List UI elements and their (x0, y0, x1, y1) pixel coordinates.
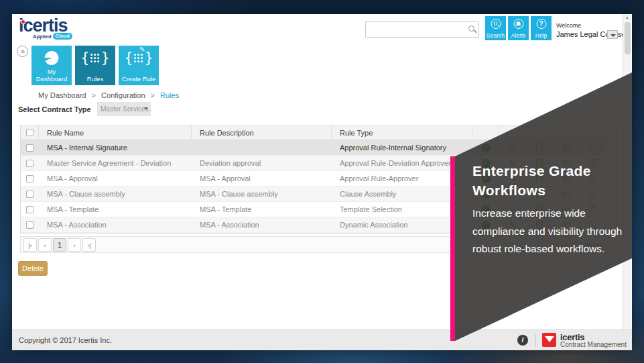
tile-rules[interactable]: { } Rules (75, 46, 115, 85)
rule-name-cell: MSA - Association (39, 217, 192, 232)
chevron-up-icon: « (19, 50, 26, 54)
next-page-button[interactable]: › (68, 238, 81, 252)
rule-description-cell: Deviation approval (192, 156, 332, 170)
help-button[interactable]: ? Help (531, 16, 552, 40)
pencil-icon: ✎ (139, 46, 145, 53)
rule-name-cell: MSA - Clause assembly (39, 187, 192, 201)
header-rule-name[interactable]: Rule Name (39, 125, 192, 140)
icertis-footer-logo-icon (542, 333, 556, 347)
delete-button[interactable]: Delete (18, 261, 48, 276)
question-mark-icon: ? (536, 19, 546, 29)
info-icon[interactable]: i (517, 335, 528, 346)
first-page-button[interactable]: |‹ (23, 238, 37, 252)
rule-name-cell: MSA - Internal Signature (39, 140, 192, 155)
contract-type-label: Select Contract Type (18, 105, 91, 113)
page-1-button[interactable]: 1 (53, 238, 66, 252)
row-checkbox[interactable] (26, 144, 34, 152)
alerts-button[interactable]: Alerts (508, 16, 529, 40)
promo-accent-stripe (450, 156, 455, 341)
tile-menu: My Dashboard { } Rules { } ✎ Create Rule (31, 46, 159, 85)
prev-page-button[interactable]: ‹ (38, 238, 52, 252)
row-checkbox[interactable] (26, 160, 34, 167)
copyright-text: Copyright © 2017 Icertis Inc. (19, 336, 112, 344)
search-button[interactable]: Search (485, 16, 506, 40)
breadcrumb-my-dashboard[interactable]: My Dashboard (38, 91, 86, 99)
search-input[interactable] (369, 23, 464, 36)
row-checkbox[interactable] (26, 191, 34, 198)
row-checkbox[interactable] (26, 221, 34, 229)
search-icon[interactable] (468, 25, 474, 32)
breadcrumb: My Dashboard > Configuration > Rules (38, 91, 179, 99)
scroll-up-icon[interactable]: ▲ (623, 15, 631, 19)
select-all-checkbox[interactable] (26, 129, 34, 136)
welcome-label: Welcome (556, 21, 627, 30)
rule-description-cell: MSA - Clause assembly (192, 187, 332, 201)
logo-wordmark: icertis (19, 16, 72, 35)
rule-name-cell: MSA - Template (39, 202, 192, 217)
tile-my-dashboard[interactable]: My Dashboard (31, 46, 72, 85)
scrollbar-thumb[interactable] (625, 22, 631, 54)
rule-description-cell: MSA - Template (192, 202, 332, 217)
logo-applied-label: Applied (33, 34, 52, 40)
rule-type-cell: Approval Rule-Internal Signatory (332, 140, 472, 155)
footer-divider (535, 334, 536, 347)
rule-description-cell: MSA - Association (192, 217, 332, 232)
global-search-box (365, 21, 479, 38)
promo-description: Increase enterprise wide compliance and … (472, 205, 631, 258)
contract-type-dropdown[interactable]: Master Services Agre... (97, 102, 151, 116)
row-checkbox[interactable] (26, 175, 34, 183)
create-rule-braces-icon: { } (124, 50, 153, 66)
breadcrumb-configuration[interactable]: Configuration (101, 91, 145, 99)
magnifier-icon (491, 19, 501, 29)
rule-name-cell: Master Service Agreement - Deviation (39, 156, 192, 170)
header-rule-type[interactable]: Rule Type (332, 125, 472, 140)
collapse-tiles-button[interactable]: « (17, 46, 28, 57)
pie-chart-icon (43, 50, 60, 67)
rule-description-cell: MSA - Approval (192, 171, 332, 186)
logo-red-dot-icon (21, 20, 25, 23)
tile-create-rule[interactable]: { } ✎ Create Rule (119, 46, 159, 85)
breadcrumb-rules[interactable]: Rules (160, 91, 179, 99)
rule-name-cell: MSA - Approval (39, 171, 192, 186)
rules-braces-icon: { } (80, 50, 110, 66)
bell-icon (513, 19, 523, 29)
row-checkbox[interactable] (26, 206, 34, 213)
app-footer: Copyright © 2017 Icertis Inc. i icertis … (12, 329, 632, 350)
user-menu-dropdown[interactable] (607, 30, 618, 39)
header-rule-description[interactable]: Rule Description (192, 125, 332, 140)
icertis-logo: icertis Applied Cloud (19, 16, 72, 40)
rule-description-cell (192, 140, 332, 155)
promo-title: Enterprise Grade Workflows (472, 161, 591, 200)
last-page-button[interactable]: ›| (82, 238, 96, 252)
logo-cloud-badge: Cloud (53, 33, 72, 40)
footer-brand-subtitle: Contract Management (560, 341, 627, 348)
